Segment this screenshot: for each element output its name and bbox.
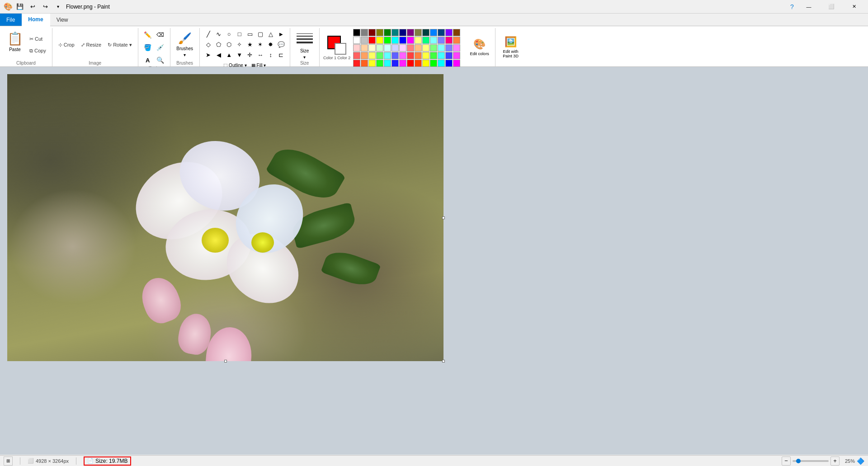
palette-color-0[interactable] [353, 29, 360, 36]
save-quick-btn[interactable]: 💾 [14, 1, 25, 12]
shape-arrow-4[interactable]: ✛ [245, 50, 255, 60]
palette-color-55[interactable] [453, 52, 460, 59]
tab-file[interactable]: File [0, 14, 22, 26]
palette-color-6[interactable] [399, 29, 406, 36]
pencil-tool[interactable]: ✏️ [142, 29, 154, 41]
palette-color-57[interactable] [361, 60, 368, 67]
palette-color-31[interactable] [376, 44, 383, 52]
palette-color-69[interactable] [453, 60, 460, 67]
palette-color-21[interactable] [407, 37, 414, 44]
palette-color-29[interactable] [361, 44, 368, 52]
palette-color-35[interactable] [407, 44, 414, 52]
palette-color-15[interactable] [361, 37, 368, 44]
undo-quick-btn[interactable]: ↩ [27, 1, 38, 12]
shape-star6[interactable]: ✶ [255, 39, 265, 49]
palette-color-46[interactable] [384, 52, 391, 59]
palette-color-33[interactable] [392, 44, 399, 52]
minimize-btn[interactable]: — [798, 0, 819, 14]
palette-color-37[interactable] [422, 44, 429, 52]
shape-rect2[interactable]: ▭ [245, 29, 255, 39]
tab-view[interactable]: View [50, 14, 75, 26]
palette-color-51[interactable] [422, 52, 429, 59]
eraser-tool[interactable]: ⌫ [155, 29, 166, 41]
palette-color-62[interactable] [399, 60, 406, 67]
shape-diamond[interactable]: ◇ [203, 39, 213, 49]
customize-quick-btn[interactable]: ▾ [52, 1, 63, 12]
shape-oval[interactable]: ○ [224, 29, 234, 39]
palette-color-19[interactable] [392, 37, 399, 44]
palette-color-60[interactable] [384, 60, 391, 67]
palette-color-32[interactable] [384, 44, 391, 52]
shape-pentagon[interactable]: ⬠ [214, 39, 224, 49]
zoom-in-btn[interactable]: + [830, 457, 840, 466]
shape-misc[interactable]: ⊏ [276, 50, 286, 60]
palette-color-4[interactable] [384, 29, 391, 36]
help-btn[interactable]: ? [788, 2, 797, 11]
shape-arrow-lr[interactable]: ↔ [255, 50, 265, 60]
shape-arrow-ud[interactable]: ↕ [266, 50, 276, 60]
palette-color-27[interactable] [453, 37, 460, 44]
brushes-button[interactable]: 🖌️ Brushes ▾ [174, 32, 196, 57]
shape-star5[interactable]: ★ [245, 39, 255, 49]
palette-color-65[interactable] [422, 60, 429, 67]
shape-rect[interactable]: □ [235, 29, 245, 39]
palette-color-49[interactable] [407, 52, 414, 59]
color2-swatch[interactable] [335, 43, 346, 55]
resize-handle-right[interactable] [442, 217, 445, 219]
copy-button[interactable]: ⧉ Copy [27, 45, 48, 56]
palette-color-13[interactable] [453, 29, 460, 36]
resize-handle-bottom[interactable] [224, 360, 227, 362]
edit-paint3d-button[interactable]: 🖼️ Edit with Paint 3D [499, 32, 523, 63]
shape-curve[interactable]: ∿ [214, 29, 224, 39]
canvas-image[interactable] [7, 74, 443, 361]
resize-handle-corner[interactable] [442, 360, 445, 362]
palette-color-22[interactable] [415, 37, 422, 44]
shape-arrow-d[interactable]: ▼ [235, 50, 245, 60]
fill-tool[interactable]: 🪣 [142, 42, 154, 53]
palette-color-14[interactable] [353, 37, 360, 44]
palette-color-36[interactable] [415, 44, 422, 52]
palette-color-17[interactable] [376, 37, 383, 44]
palette-color-16[interactable] [368, 37, 376, 44]
shape-callout[interactable]: 💬 [276, 39, 286, 49]
palette-color-64[interactable] [415, 60, 422, 67]
palette-color-50[interactable] [415, 52, 422, 59]
shape-triangle[interactable]: △ [266, 29, 276, 39]
palette-color-39[interactable] [438, 44, 445, 52]
palette-color-3[interactable] [376, 29, 383, 36]
palette-color-30[interactable] [368, 44, 376, 52]
palette-color-48[interactable] [399, 52, 406, 59]
palette-color-24[interactable] [430, 37, 437, 44]
redo-quick-btn[interactable]: ↪ [40, 1, 51, 12]
palette-color-2[interactable] [368, 29, 376, 36]
palette-color-18[interactable] [384, 37, 391, 44]
cut-button[interactable]: ✂ Cut [27, 33, 48, 44]
palette-color-43[interactable] [361, 52, 368, 59]
palette-color-41[interactable] [453, 44, 460, 52]
palette-color-7[interactable] [407, 29, 414, 36]
shape-star4[interactable]: ✧ [235, 39, 245, 49]
palette-color-28[interactable] [353, 44, 360, 52]
palette-color-9[interactable] [422, 29, 429, 36]
palette-color-25[interactable] [438, 37, 445, 44]
tab-home[interactable]: Home [22, 14, 50, 26]
palette-color-12[interactable] [445, 29, 453, 36]
palette-color-34[interactable] [399, 44, 406, 52]
palette-color-56[interactable] [353, 60, 360, 67]
shape-star[interactable]: ✸ [266, 39, 276, 49]
resize-button[interactable]: ⤢ Resize [79, 39, 104, 50]
palette-color-44[interactable] [368, 52, 376, 59]
palette-color-40[interactable] [445, 44, 453, 52]
palette-color-54[interactable] [445, 52, 453, 59]
new-window-btn[interactable]: ⊞ [4, 457, 13, 466]
shape-line[interactable]: ╱ [203, 29, 213, 39]
palette-color-11[interactable] [438, 29, 445, 36]
palette-color-45[interactable] [376, 52, 383, 59]
shape-roundrect[interactable]: ▢ [255, 29, 265, 39]
palette-color-58[interactable] [368, 60, 376, 67]
palette-color-1[interactable] [361, 29, 368, 36]
edit-colors-button[interactable]: 🎨 Edit colors [468, 32, 491, 63]
zoom-slider[interactable] [793, 460, 829, 462]
palette-color-63[interactable] [407, 60, 414, 67]
shape-arrow-r[interactable]: ➤ [203, 50, 213, 60]
